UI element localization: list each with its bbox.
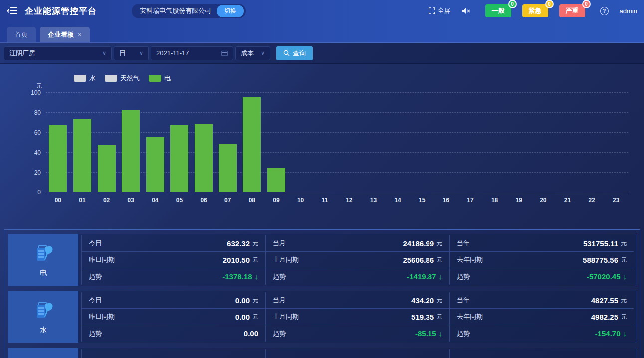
x-axis-tick: 10: [297, 197, 304, 204]
metric-value: 588775.56: [583, 256, 618, 264]
metric-label: 今日: [89, 239, 102, 248]
tab-label: 首页: [15, 30, 28, 39]
energy-column: 当月3625.58元: [265, 349, 449, 358]
alarm-badges: 一般0紧急0严重0: [485, 4, 585, 17]
metric-label: 今日: [89, 296, 102, 305]
arrow-down-icon: ↓: [623, 272, 627, 281]
energy-column: 当年531755.11元去年同期588775.56元趋势-57020.45↓: [449, 235, 634, 285]
metric-label: 当年: [457, 296, 470, 305]
chevron-down-icon: ∨: [97, 50, 106, 56]
switch-company-button[interactable]: 切换: [217, 5, 244, 17]
metric-value: 519.35: [411, 313, 434, 321]
help-icon[interactable]: ?: [600, 7, 609, 15]
bar-hour-03: [122, 110, 140, 192]
metric-label: 当月: [273, 239, 286, 248]
metric-label: 昨日同期: [89, 255, 115, 264]
legend-label: 水: [89, 74, 96, 83]
bar-hour-09: [267, 168, 285, 192]
metric-label: 趋势: [89, 272, 102, 281]
x-axis-tick: 13: [370, 197, 377, 204]
metric-cell: 当年4827.55元: [450, 292, 634, 309]
metric-cell: 当年45173.59元: [450, 349, 634, 358]
legend-swatch: [74, 75, 86, 82]
x-axis-tick: 21: [564, 197, 571, 204]
metric-unit: 元: [621, 313, 627, 321]
metric-value: 0.00: [244, 329, 258, 338]
username[interactable]: admin: [620, 7, 637, 15]
metric-value: 24186.99: [403, 239, 434, 248]
metric-unit: 元: [252, 239, 258, 248]
arrow-down-icon: ↓: [439, 329, 443, 338]
metric-value: -1419.87: [407, 272, 436, 281]
y-axis-tick: 60: [34, 129, 41, 136]
metric-value: -57020.45: [587, 272, 621, 281]
legend-swatch: [105, 75, 117, 82]
metric-unit: 元: [621, 239, 627, 248]
metric-label: 趋势: [457, 329, 470, 338]
x-axis-tick: 05: [176, 197, 183, 204]
metric-label: 昨日同期: [89, 312, 115, 321]
energy-row-电: 电今日632.32元昨日同期2010.50元趋势-1378.18↓当月24186…: [8, 234, 636, 286]
query-button[interactable]: 查询: [276, 46, 313, 60]
metric-cell: 昨日同期2010.50元: [82, 252, 265, 268]
metric-cell: 今日0.00元: [82, 349, 265, 358]
x-axis-tick: 01: [79, 197, 85, 204]
metric-cell: 去年同期588775.56元: [450, 252, 634, 268]
battery-leaf-icon: [32, 299, 54, 321]
metric-cell: 趋势-85.15↓: [266, 325, 449, 342]
metric-label: 当年: [457, 239, 470, 248]
collapse-menu-icon[interactable]: [7, 6, 18, 15]
fullscreen-button[interactable]: 全屏: [429, 6, 451, 15]
metric-value: -1378.18: [222, 272, 252, 281]
tab-首页[interactable]: 首页: [7, 27, 36, 42]
x-axis-tick: 23: [613, 197, 619, 204]
metric-unit: 元: [252, 296, 258, 305]
metric-label: 上月同期: [273, 312, 299, 321]
legend-item-水[interactable]: 水: [74, 74, 96, 83]
energy-name: 电: [40, 269, 47, 278]
x-axis-tick: 00: [55, 197, 61, 204]
filter-bar: 江阴厂房∨ 日∨ 2021-11-17 成本∨ 查询: [0, 43, 644, 64]
metric-cell: 趋势-57020.45↓: [450, 268, 634, 285]
bar-hour-08: [243, 97, 261, 192]
bar-hour-02: [98, 145, 116, 192]
alarm-count: 0: [545, 0, 554, 8]
main-content: 江阴厂房∨ 日∨ 2021-11-17 成本∨ 查询 水天然气电: [0, 43, 644, 358]
metric-select[interactable]: 成本∨: [235, 46, 270, 60]
fullscreen-icon: [429, 7, 435, 14]
energy-tile-天然气: 天然气: [8, 348, 78, 358]
energy-row-天然气: 天然气今日0.00元当月3625.58元当年45173.59元: [8, 348, 636, 358]
energy-column: 今日0.00元昨日同期0.00元趋势0.00: [81, 292, 265, 342]
date-input[interactable]: 2021-11-17: [151, 46, 233, 60]
alarm-badge-一般[interactable]: 一般0: [485, 4, 511, 17]
metric-unit: 元: [436, 256, 442, 264]
x-axis-tick: 16: [443, 197, 449, 204]
x-axis-tick: 19: [516, 197, 522, 204]
period-select[interactable]: 日∨: [114, 46, 149, 60]
chart-plot-area: 0204060801000001020304050607080910111213…: [46, 93, 628, 192]
y-axis-tick: 80: [34, 109, 41, 116]
metric-label: 趋势: [273, 329, 286, 338]
energy-summary-table: 电今日632.32元昨日同期2010.50元趋势-1378.18↓当月24186…: [4, 229, 640, 358]
tab-bar: 首页企业看板×: [0, 22, 644, 43]
x-axis-tick: 22: [588, 197, 595, 204]
metric-label: 上月同期: [273, 255, 299, 264]
energy-column: 当年4827.55元去年同期4982.25元趋势-154.70↓: [449, 292, 634, 342]
legend-item-电[interactable]: 电: [149, 74, 171, 83]
mute-button[interactable]: [462, 7, 470, 14]
x-axis-tick: 12: [346, 197, 352, 204]
energy-grid: 今日632.32元昨日同期2010.50元趋势-1378.18↓当月24186.…: [81, 235, 634, 285]
metric-value: 4827.55: [591, 296, 618, 305]
alarm-badge-严重[interactable]: 严重0: [559, 4, 585, 17]
metric-cell: 趋势0.00: [82, 325, 265, 342]
tab-企业看板[interactable]: 企业看板×: [40, 27, 90, 42]
site-select[interactable]: 江阴厂房∨: [4, 46, 112, 60]
legend-item-天然气[interactable]: 天然气: [105, 74, 140, 83]
y-axis-tick: 40: [34, 149, 41, 156]
metric-label: 去年同期: [457, 255, 483, 264]
metric-value: -154.70: [595, 329, 621, 338]
alarm-badge-紧急[interactable]: 紧急0: [522, 4, 548, 17]
tab-close-icon[interactable]: ×: [78, 31, 82, 38]
gridline-100: 100: [46, 92, 628, 93]
bar-hour-01: [73, 119, 91, 192]
